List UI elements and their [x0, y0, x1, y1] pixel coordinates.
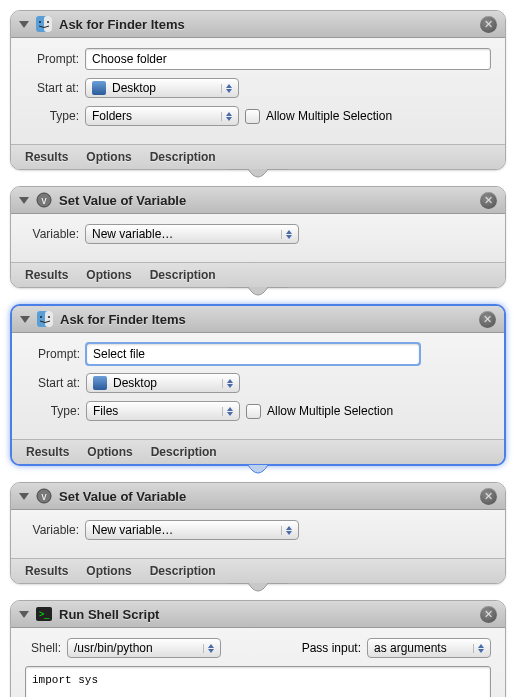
desktop-icon — [92, 81, 106, 95]
action-title: Ask for Finder Items — [60, 312, 473, 327]
disclosure-triangle-icon[interactable] — [19, 197, 29, 204]
disclosure-triangle-icon[interactable] — [19, 611, 29, 618]
connector-icon — [10, 465, 506, 483]
select-arrows-icon — [473, 644, 484, 653]
desktop-icon — [93, 376, 107, 390]
connector-icon — [10, 583, 506, 601]
pass-input-select[interactable]: as arguments — [367, 638, 491, 658]
select-arrows-icon — [221, 112, 232, 121]
disclosure-triangle-icon[interactable] — [19, 493, 29, 500]
action-body: Variable: New variable… — [11, 214, 505, 262]
action-footer: Results Options Description — [12, 439, 504, 464]
select-arrows-icon — [281, 526, 292, 535]
svg-rect-7 — [45, 311, 53, 327]
select-arrows-icon — [203, 644, 214, 653]
start-at-label: Start at: — [25, 81, 79, 95]
action-header: >_ Run Shell Script ✕ — [11, 601, 505, 628]
description-tab[interactable]: Description — [150, 268, 216, 282]
action-set-variable-1: v Set Value of Variable ✕ Variable: New … — [10, 186, 506, 288]
type-select[interactable]: Folders — [85, 106, 239, 126]
svg-text:v: v — [42, 491, 47, 502]
select-arrows-icon — [281, 230, 292, 239]
close-icon[interactable]: ✕ — [480, 606, 497, 623]
results-tab[interactable]: Results — [25, 268, 68, 282]
action-body: Prompt: Start at: Desktop Type: Folders … — [11, 38, 505, 144]
description-tab[interactable]: Description — [150, 564, 216, 578]
shell-select[interactable]: /usr/bin/python — [67, 638, 221, 658]
type-label: Type: — [25, 109, 79, 123]
connector-icon — [10, 169, 506, 187]
select-arrows-icon — [222, 407, 233, 416]
allow-multiple-checkbox[interactable] — [246, 404, 261, 419]
description-tab[interactable]: Description — [150, 150, 216, 164]
close-icon[interactable]: ✕ — [480, 488, 497, 505]
allow-multiple-label: Allow Multiple Selection — [267, 404, 393, 418]
disclosure-triangle-icon[interactable] — [20, 316, 30, 323]
close-icon[interactable]: ✕ — [479, 311, 496, 328]
action-title: Set Value of Variable — [59, 193, 474, 208]
svg-point-8 — [40, 316, 42, 318]
action-body: Variable: New variable… — [11, 510, 505, 558]
terminal-icon: >_ — [35, 605, 53, 623]
action-title: Ask for Finder Items — [59, 17, 474, 32]
options-tab[interactable]: Options — [86, 150, 131, 164]
svg-point-9 — [48, 316, 50, 318]
disclosure-triangle-icon[interactable] — [19, 21, 29, 28]
options-tab[interactable]: Options — [87, 445, 132, 459]
action-run-shell-script: >_ Run Shell Script ✕ Shell: /usr/bin/py… — [10, 600, 506, 697]
variable-select[interactable]: New variable… — [85, 520, 299, 540]
allow-multiple-label: Allow Multiple Selection — [266, 109, 392, 123]
action-body: Prompt: Start at: Desktop Type: Files Al… — [12, 333, 504, 439]
prompt-label: Prompt: — [25, 52, 79, 66]
action-header: v Set Value of Variable ✕ — [11, 187, 505, 214]
start-at-select[interactable]: Desktop — [85, 78, 239, 98]
start-at-select[interactable]: Desktop — [86, 373, 240, 393]
allow-multiple-checkbox[interactable] — [245, 109, 260, 124]
action-footer: Results Options Description — [11, 144, 505, 169]
start-at-label: Start at: — [26, 376, 80, 390]
variable-icon: v — [35, 487, 53, 505]
prompt-input[interactable] — [85, 48, 491, 70]
action-ask-finder-items-2: Ask for Finder Items ✕ Prompt: Start at:… — [10, 304, 506, 466]
prompt-label: Prompt: — [26, 347, 80, 361]
select-arrows-icon — [222, 379, 233, 388]
action-title: Run Shell Script — [59, 607, 474, 622]
svg-text:>_: >_ — [39, 609, 50, 619]
results-tab[interactable]: Results — [25, 564, 68, 578]
variable-label: Variable: — [25, 523, 79, 537]
action-footer: Results Options Description — [11, 558, 505, 583]
results-tab[interactable]: Results — [26, 445, 69, 459]
variable-select[interactable]: New variable… — [85, 224, 299, 244]
finder-icon — [35, 15, 53, 33]
action-footer: Results Options Description — [11, 262, 505, 287]
description-tab[interactable]: Description — [151, 445, 217, 459]
finder-icon — [36, 310, 54, 328]
close-icon[interactable]: ✕ — [480, 16, 497, 33]
svg-point-3 — [47, 21, 49, 23]
shell-label: Shell: — [25, 641, 61, 655]
action-header: Ask for Finder Items ✕ — [11, 11, 505, 38]
action-set-variable-2: v Set Value of Variable ✕ Variable: New … — [10, 482, 506, 584]
pass-input-label: Pass input: — [302, 641, 361, 655]
connector-icon — [10, 287, 506, 305]
close-icon[interactable]: ✕ — [480, 192, 497, 209]
action-ask-finder-items-1: Ask for Finder Items ✕ Prompt: Start at:… — [10, 10, 506, 170]
script-textarea[interactable]: import sys for f in sys.argv[1:]: print … — [25, 666, 491, 697]
action-header: Ask for Finder Items ✕ — [12, 306, 504, 333]
prompt-input[interactable] — [86, 343, 420, 365]
results-tab[interactable]: Results — [25, 150, 68, 164]
svg-text:v: v — [42, 195, 47, 206]
type-select[interactable]: Files — [86, 401, 240, 421]
variable-icon: v — [35, 191, 53, 209]
select-arrows-icon — [221, 84, 232, 93]
action-body: Shell: /usr/bin/python Pass input: as ar… — [11, 628, 505, 697]
type-label: Type: — [26, 404, 80, 418]
options-tab[interactable]: Options — [86, 564, 131, 578]
action-header: v Set Value of Variable ✕ — [11, 483, 505, 510]
options-tab[interactable]: Options — [86, 268, 131, 282]
svg-point-2 — [39, 21, 41, 23]
action-title: Set Value of Variable — [59, 489, 474, 504]
svg-rect-1 — [44, 16, 52, 32]
variable-label: Variable: — [25, 227, 79, 241]
